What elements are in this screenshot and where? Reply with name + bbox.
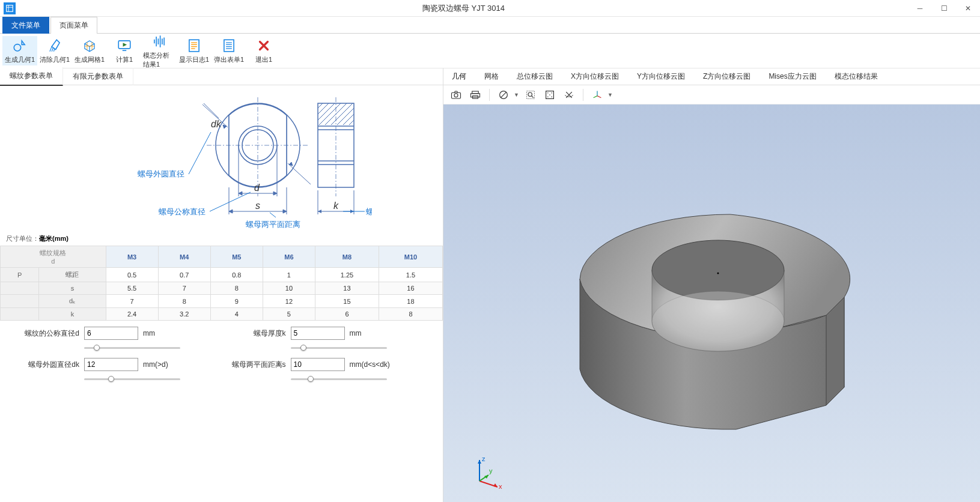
table-row: s5.578101316 xyxy=(1,282,443,295)
print-button[interactable] xyxy=(467,88,483,102)
svg-point-65 xyxy=(652,291,784,351)
svg-line-51 xyxy=(501,92,507,98)
param-d-input[interactable] xyxy=(84,327,138,340)
col-header: M10 xyxy=(379,246,442,268)
compute-button[interactable]: 计算1 xyxy=(107,36,142,65)
rotate-view-button[interactable] xyxy=(561,88,577,102)
param-d-label: 螺纹的公称直径d xyxy=(24,328,79,339)
maximize-button[interactable]: ☐ xyxy=(932,0,956,17)
svg-text:x: x xyxy=(499,483,502,490)
label-outer-diameter: 螺母外圆直径 xyxy=(138,169,184,178)
svg-line-62 xyxy=(597,95,601,97)
window-title: 陶瓷双边螺母 YJT 3014 xyxy=(19,3,908,14)
ribbon-toolbar: 生成几何1 清除几何1 生成网格1 计算1 模态分析结果1 显示日志1 弹出表单… xyxy=(0,34,980,68)
svg-line-16 xyxy=(288,163,311,184)
label-nominal-diameter: 螺母公称直径 xyxy=(159,207,205,216)
close-button[interactable]: ✕ xyxy=(956,0,980,17)
tab-fem-params[interactable]: 有限元参数表单 xyxy=(63,68,133,85)
dropdown-icon[interactable]: ▼ xyxy=(607,92,613,98)
3d-viewport[interactable]: z x y xyxy=(443,104,980,502)
view-tab-mesh[interactable]: 网格 xyxy=(481,69,502,84)
document-text-icon xyxy=(221,37,237,54)
tab-thread-params[interactable]: 螺纹参数表单 xyxy=(0,67,63,86)
param-d-unit: mm xyxy=(143,329,155,337)
view-tab-y-disp[interactable]: Y方向位移云图 xyxy=(633,69,689,84)
fit-view-button[interactable] xyxy=(542,88,558,102)
svg-rect-0 xyxy=(7,5,13,11)
view-toolbar: ▼ ▼ xyxy=(443,85,980,104)
tab-file-menu[interactable]: 文件菜单 xyxy=(2,17,49,34)
show-log-button[interactable]: 显示日志1 xyxy=(177,36,212,65)
param-d: 螺纹的公称直径d mm xyxy=(24,327,213,352)
table-row: P螺距0.50.70.811.251.5 xyxy=(1,268,443,282)
label-s: s xyxy=(255,201,260,211)
param-k: 螺母厚度k mm xyxy=(231,327,419,352)
label-d: d xyxy=(254,183,260,193)
view-tab-z-disp[interactable]: Z方向位移云图 xyxy=(699,69,754,84)
no-entry-button[interactable] xyxy=(496,88,511,102)
param-dk-unit: mm(>d) xyxy=(143,360,168,369)
gen-mesh-button[interactable]: 生成网格1 xyxy=(72,36,107,65)
modal-results-button[interactable]: 模态分析结果1 xyxy=(142,32,177,70)
clear-geom-button[interactable]: 清除几何1 xyxy=(37,36,72,65)
svg-text:y: y xyxy=(489,467,493,474)
svg-line-54 xyxy=(532,95,534,97)
content-area: 螺纹参数表单 有限元参数表单 xyxy=(0,68,980,502)
view-tab-total-disp[interactable]: 总位移云图 xyxy=(513,69,556,84)
param-s-input[interactable] xyxy=(291,358,345,371)
title-bar: 陶瓷双边螺母 YJT 3014 ─ ☐ ✕ xyxy=(0,0,980,17)
svg-line-42 xyxy=(210,192,251,211)
param-s-slider[interactable] xyxy=(291,375,387,383)
param-k-slider[interactable] xyxy=(291,343,387,352)
svg-point-1 xyxy=(14,44,20,51)
tab-page-menu[interactable]: 页面菜单 xyxy=(50,17,97,34)
view-tab-modal[interactable]: 模态位移结果 xyxy=(831,69,881,84)
screenshot-button[interactable] xyxy=(448,88,464,102)
col-header: M6 xyxy=(263,246,315,268)
svg-line-63 xyxy=(594,95,597,97)
cube-mesh-icon xyxy=(81,37,98,54)
svg-point-46 xyxy=(454,93,458,97)
svg-text:z: z xyxy=(482,455,485,462)
spec-table: 螺纹规格d M3 M4 M5 M6 M8 M10 P螺距0.50.70.811.… xyxy=(0,246,443,321)
label-flat-distance: 螺母两平面距离 xyxy=(246,220,300,229)
view-tab-mises[interactable]: Mises应力云图 xyxy=(765,69,820,84)
col-header: M4 xyxy=(158,246,210,268)
param-dk-input[interactable] xyxy=(84,358,138,371)
svg-point-59 xyxy=(551,96,552,97)
dropdown-icon[interactable]: ▼ xyxy=(514,92,519,98)
param-dk-slider[interactable] xyxy=(84,375,180,383)
gen-geom-button[interactable]: 生成几何1 xyxy=(2,36,37,65)
col-header: M3 xyxy=(106,246,158,268)
popup-sheet-button[interactable]: 弹出表单1 xyxy=(212,36,246,65)
zoom-region-button[interactable] xyxy=(523,88,538,102)
table-row: k2.43.24568 xyxy=(1,308,443,321)
view-tab-x-disp[interactable]: X方向位移云图 xyxy=(567,69,622,84)
param-s-unit: mm(d<s<dk) xyxy=(350,360,390,369)
document-lines-icon xyxy=(186,37,202,54)
svg-point-60 xyxy=(549,94,550,95)
axis-view-button[interactable] xyxy=(589,88,605,102)
exit-button[interactable]: 退出1 xyxy=(246,36,281,65)
param-s-label: 螺母两平面距离s xyxy=(231,360,286,370)
waveform-icon xyxy=(151,33,168,50)
table-corner: 螺纹规格d xyxy=(1,246,106,268)
param-dk: 螺母外圆直径dk mm(>d) xyxy=(24,358,213,383)
svg-point-58 xyxy=(547,96,549,97)
label-dk: dk xyxy=(211,119,222,129)
axis-gizmo: z x y xyxy=(467,454,504,490)
param-k-input[interactable] xyxy=(291,327,345,340)
svg-line-41 xyxy=(189,132,211,174)
water-drop-icon xyxy=(11,37,28,54)
col-header: M8 xyxy=(315,246,379,268)
param-k-unit: mm xyxy=(350,329,362,337)
svg-rect-3 xyxy=(189,40,199,52)
param-dk-label: 螺母外圆直径dk xyxy=(24,360,79,370)
label-thickness: 螺母厚度 xyxy=(366,207,372,216)
svg-line-43 xyxy=(270,213,276,217)
param-d-slider[interactable] xyxy=(84,343,180,352)
minimize-button[interactable]: ─ xyxy=(908,0,932,17)
close-x-icon xyxy=(255,37,272,54)
broom-icon xyxy=(46,37,63,54)
view-tab-geometry[interactable]: 几何 xyxy=(448,69,470,84)
